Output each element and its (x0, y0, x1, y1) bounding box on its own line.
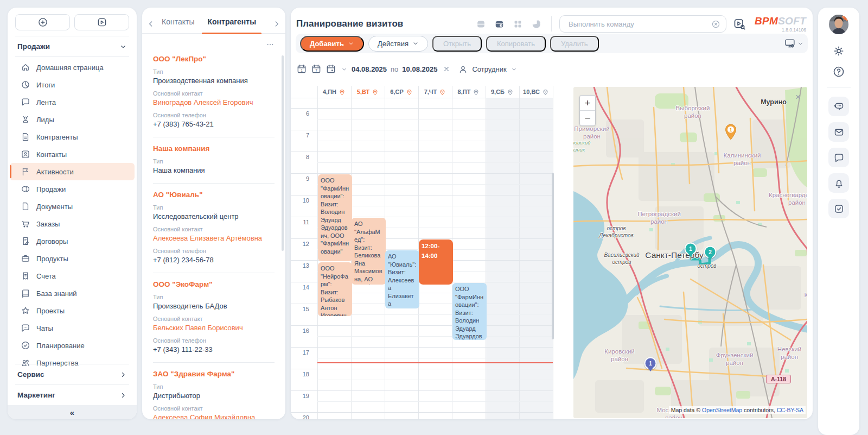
account-title-link[interactable]: ООО "ЭкоФарм" (153, 280, 275, 288)
add-button[interactable]: Добавить (300, 36, 364, 52)
chats-button[interactable] (828, 97, 849, 116)
email-button[interactable] (828, 122, 849, 142)
date-from[interactable]: 04.08.2025 (352, 65, 387, 73)
employee-filter[interactable]: Сотрудник (472, 65, 506, 73)
account-title-link[interactable]: Наша компания (153, 144, 275, 153)
sidebar-item-contactCard[interactable]: Контакты (10, 146, 135, 163)
settings-gear-icon[interactable] (832, 45, 845, 58)
sidebar-item-lead[interactable]: Лиды (10, 111, 135, 128)
sidebar-item-docLines[interactable]: Контрагенты (10, 128, 135, 146)
tasks-button[interactable] (828, 199, 849, 218)
location-pin-icon[interactable] (473, 89, 480, 96)
view-list-icon[interactable] (476, 19, 486, 29)
tabs-scroll-left-icon[interactable] (146, 20, 155, 28)
calendar-custom-icon[interactable] (326, 64, 336, 74)
sidebar-item-pie[interactable]: Итоги (10, 76, 135, 93)
sidebar-item-invoice[interactable]: Счета (10, 267, 135, 285)
date-to[interactable]: 10.08.2025 (402, 65, 437, 73)
sidebar-item-chatDots[interactable]: Чаты (10, 319, 135, 337)
run-process-search-icon[interactable] (733, 17, 746, 30)
actions-button[interactable]: Действия (368, 36, 428, 52)
location-pin-icon[interactable] (439, 89, 446, 96)
copy-button[interactable]: Копировать (486, 36, 546, 52)
monitor-gear-icon (784, 37, 796, 49)
calendar-event[interactable]: ООО "ФармИнновации": Визит: Володин Эдуа… (452, 283, 487, 340)
calendar-day-icon[interactable]: 1 (296, 64, 307, 74)
day-header-4,ПН[interactable]: 4,ПН (317, 86, 351, 98)
field-value-link[interactable]: Бельских Павел Борисович (153, 324, 275, 332)
sidebar-item-home[interactable]: Домашняя страница (10, 59, 135, 76)
field-value-link[interactable]: Виноградов Алексей Егорович (153, 98, 275, 106)
clear-command-icon[interactable] (711, 20, 720, 29)
command-input[interactable] (567, 20, 711, 29)
map-pin-orange[interactable]: 1 (724, 124, 737, 142)
location-pin-icon[interactable] (542, 89, 549, 96)
account-title-link[interactable]: АО "Ювиаль" (153, 191, 275, 199)
location-pin-icon[interactable] (339, 89, 346, 96)
map-label: Выборгский район (676, 104, 710, 120)
field-value-link[interactable]: Алексеева Елизавета Артёмовна (153, 234, 275, 242)
calendar-event[interactable]: ООО "НейроФарм": Визит: Рыбаков Антон Иг… (318, 262, 352, 316)
sidebar-item-flag[interactable]: Активности (10, 163, 135, 180)
openstreetmap-link[interactable]: OpenStreetMap (702, 407, 742, 413)
calendar-event[interactable]: 12:00-14:00 (419, 239, 453, 285)
location-pin-icon[interactable] (372, 89, 379, 96)
map[interactable]: МуриноВыборгский районПриморский районло… (573, 87, 807, 418)
calendar-event[interactable]: ООО "ФармИнновации": Визит: Володин Эдуа… (318, 174, 352, 261)
day-header-5,ВТ[interactable]: 5,ВТ (351, 86, 385, 98)
day-header-6,СР[interactable]: 6,СР (385, 86, 418, 98)
view-grid-icon[interactable] (513, 19, 523, 29)
notifications-button[interactable] (828, 173, 849, 193)
sidebar-item-star[interactable]: Проекты (10, 302, 135, 319)
map-marker-tail (648, 368, 653, 371)
view-analytics-icon[interactable] (531, 19, 541, 29)
tab-контрагенты[interactable]: Контрагенты (201, 14, 263, 33)
clear-date-icon[interactable] (443, 65, 450, 73)
feed-button[interactable] (828, 148, 849, 167)
location-pin-icon[interactable] (507, 89, 514, 96)
delete-button[interactable]: Удалить (550, 36, 599, 52)
grid-settings-button[interactable] (784, 37, 803, 49)
run-process-button[interactable] (74, 14, 129, 30)
chevron-down-icon[interactable] (511, 66, 517, 72)
workplace-header-sales[interactable]: Продажи (8, 36, 137, 56)
sidebar-item-checkCircle[interactable]: Планирование (10, 337, 135, 354)
sidebar-item-cart[interactable]: Заказы (10, 215, 135, 232)
open-button[interactable]: Открыть (432, 36, 482, 52)
user-avatar[interactable] (828, 14, 849, 35)
day-header-7,ЧТ[interactable]: 7,ЧТ (418, 86, 452, 98)
zoom-out-button[interactable]: − (580, 111, 595, 125)
more-options-icon[interactable] (266, 40, 275, 49)
map-label: остров Декабристов (599, 225, 634, 239)
day-header-9,СБ[interactable]: 9,СБ (486, 86, 519, 98)
day-header-8,ПТ[interactable]: 8,ПТ (452, 86, 486, 98)
sidebar-item-book[interactable]: База знаний (10, 285, 135, 302)
calendar-event[interactable]: АО "Ювиаль": Визит: Алексеева Елизавета … (385, 250, 419, 308)
collapse-sidebar-button[interactable]: « (8, 405, 137, 419)
sidebar-item-coins[interactable]: Продажи (10, 180, 135, 198)
location-pin-icon[interactable] (406, 89, 413, 96)
tabs-scroll-right-icon[interactable] (272, 20, 281, 28)
account-title-link[interactable]: ООО "ЛекПро" (153, 55, 275, 63)
license-link[interactable]: CC-BY-SA (777, 407, 803, 413)
sidebar-item-fileBlank[interactable]: Документы (10, 198, 135, 215)
field-value-link[interactable]: Алексеева София Михайловна (153, 413, 275, 419)
tab-контакты[interactable]: Контакты (155, 14, 201, 33)
view-calendar-icon[interactable] (494, 19, 505, 29)
workplace-section[interactable]: Сервис (8, 364, 137, 384)
workplace-section[interactable]: Маркетинг (8, 385, 137, 405)
sidebar-item-briefcase[interactable]: Продукты (10, 250, 135, 267)
map-close-icon[interactable]: × (795, 92, 801, 103)
account-title-link[interactable]: ЗАО "Здравия Фарма" (153, 370, 275, 378)
chevron-down-icon[interactable] (341, 66, 347, 72)
calendar-week-icon[interactable]: 7 (311, 64, 322, 74)
zoom-in-button[interactable]: + (580, 96, 595, 111)
sidebar-item-contractPen[interactable]: Договоры (10, 232, 135, 250)
panel-scrollbar[interactable] (282, 55, 284, 251)
add-record-button[interactable] (15, 14, 70, 30)
help-icon[interactable] (832, 65, 845, 78)
calendar-event[interactable]: АО "АльфаМед": Визит: Беликова Яна Макси… (352, 218, 386, 285)
sidebar-item-chat[interactable]: Лента (10, 93, 135, 111)
day-header-10,ВС[interactable]: 10,ВС (519, 86, 553, 98)
calendar-scrollbar[interactable] (552, 173, 554, 339)
